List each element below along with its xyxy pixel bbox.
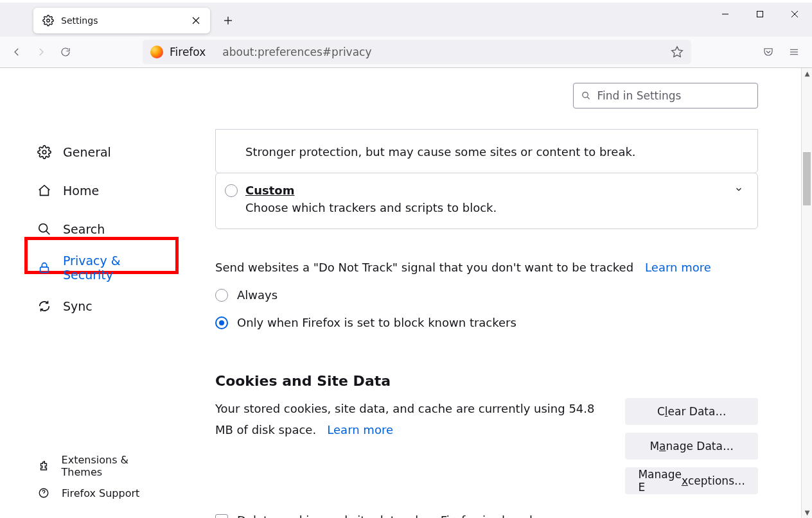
back-button[interactable]: [5, 40, 28, 64]
lock-icon: [37, 261, 51, 275]
close-tab-button[interactable]: [188, 13, 204, 28]
url-bar[interactable]: Firefox about:preferences#privacy: [143, 40, 691, 64]
pocket-icon[interactable]: [757, 40, 780, 64]
close-window-button[interactable]: [777, 3, 812, 26]
checkbox[interactable]: [215, 514, 228, 519]
sidebar: General Home Search Privacy & Security S…: [0, 68, 170, 518]
search-icon: [37, 222, 51, 236]
strict-description: Stronger protection, but may cause some …: [245, 144, 743, 159]
navigation-toolbar: Firefox about:preferences#privacy: [0, 37, 812, 68]
find-in-settings-input[interactable]: [597, 89, 750, 102]
tab-strip: Settings: [0, 3, 812, 37]
scroll-up-arrow[interactable]: ▲: [802, 68, 812, 79]
radio-button[interactable]: [215, 316, 228, 329]
find-in-settings[interactable]: [573, 83, 758, 108]
scroll-down-arrow[interactable]: ▼: [802, 507, 812, 518]
app-menu-icon[interactable]: [782, 40, 806, 64]
window-controls: [708, 3, 812, 26]
radio-label: Only when Firefox is set to block known …: [237, 316, 516, 329]
main-panel: Stronger protection, but may cause some …: [170, 68, 812, 518]
gear-icon: [37, 145, 51, 159]
search-icon: [581, 91, 591, 101]
sidebar-item-support[interactable]: Firefox Support: [0, 479, 170, 506]
minimize-button[interactable]: [708, 3, 743, 26]
browser-tab[interactable]: Settings: [33, 8, 210, 33]
cookies-heading: Cookies and Site Data: [215, 373, 758, 389]
bookmark-star-icon[interactable]: [667, 42, 687, 62]
cookies-description: Your stored cookies, site data, and cach…: [215, 398, 599, 494]
content: General Home Search Privacy & Security S…: [0, 68, 812, 518]
manage-exceptions-button[interactable]: Manage Exceptions…: [625, 467, 758, 494]
cookies-learn-more-link[interactable]: Learn more: [327, 423, 393, 436]
svg-point-19: [583, 92, 588, 98]
svg-line-15: [46, 231, 50, 235]
url-text: about:preferences#privacy: [215, 46, 667, 58]
chevron-down-icon[interactable]: [734, 184, 743, 196]
sidebar-item-label: Home: [63, 184, 99, 198]
firefox-logo-icon: [150, 46, 163, 58]
dnt-learn-more-link[interactable]: Learn more: [645, 261, 711, 274]
sidebar-item-search[interactable]: Search: [0, 214, 170, 245]
checkbox-label: Delete cookies and site data when Firefo…: [237, 514, 533, 518]
radio-custom[interactable]: [225, 184, 238, 197]
question-icon: [37, 487, 50, 499]
clear-data-button[interactable]: Clear Data…: [625, 398, 758, 425]
manage-data-button[interactable]: Manage Data…: [625, 433, 758, 460]
puzzle-icon: [37, 460, 50, 472]
dnt-label: Send websites a "Do Not Track" signal th…: [215, 261, 633, 274]
sidebar-item-label: Extensions & Themes: [62, 454, 170, 478]
tracking-custom-panel[interactable]: Custom Choose which trackers and scripts…: [215, 173, 758, 229]
radio-button[interactable]: [215, 289, 228, 302]
sidebar-item-label: General: [63, 145, 111, 159]
identity-label: Firefox: [170, 46, 206, 58]
gear-icon: [42, 15, 54, 26]
svg-point-13: [42, 150, 46, 154]
sidebar-item-extensions[interactable]: Extensions & Themes: [0, 453, 170, 479]
sidebar-item-sync[interactable]: Sync: [0, 291, 170, 322]
custom-description: Choose which trackers and scripts to blo…: [245, 201, 743, 214]
dnt-option-always[interactable]: Always: [215, 288, 758, 302]
sidebar-item-general[interactable]: General: [0, 137, 170, 168]
svg-rect-6: [757, 12, 763, 17]
new-tab-button[interactable]: [216, 9, 240, 32]
sidebar-item-label: Sync: [63, 299, 93, 313]
tracking-strict-panel[interactable]: Stronger protection, but may cause some …: [215, 129, 758, 173]
sidebar-item-label: Search: [63, 222, 105, 236]
sidebar-item-label: Firefox Support: [62, 487, 139, 499]
svg-line-20: [587, 97, 590, 99]
dnt-option-only-trackers[interactable]: Only when Firefox is set to block known …: [215, 316, 758, 329]
maximize-button[interactable]: [743, 3, 777, 26]
sync-icon: [37, 299, 51, 313]
vertical-scrollbar[interactable]: ▲ ▼: [801, 68, 812, 518]
forward-button[interactable]: [30, 40, 53, 64]
svg-rect-16: [40, 267, 49, 272]
svg-point-0: [47, 19, 50, 22]
scrollbar-thumb[interactable]: [803, 152, 811, 205]
tab-title: Settings: [61, 15, 188, 26]
svg-marker-9: [672, 47, 683, 57]
home-icon: [37, 184, 51, 198]
radio-label: Always: [237, 288, 278, 302]
reload-button[interactable]: [54, 40, 77, 64]
sidebar-item-privacy[interactable]: Privacy & Security: [0, 252, 170, 283]
sidebar-item-label: Privacy & Security: [63, 254, 170, 282]
sidebar-item-home[interactable]: Home: [0, 175, 170, 206]
svg-point-14: [39, 224, 48, 232]
identity-box[interactable]: Firefox: [143, 40, 215, 64]
custom-title: Custom: [245, 184, 294, 197]
delete-on-close-row[interactable]: Delete cookies and site data when Firefo…: [215, 514, 758, 518]
